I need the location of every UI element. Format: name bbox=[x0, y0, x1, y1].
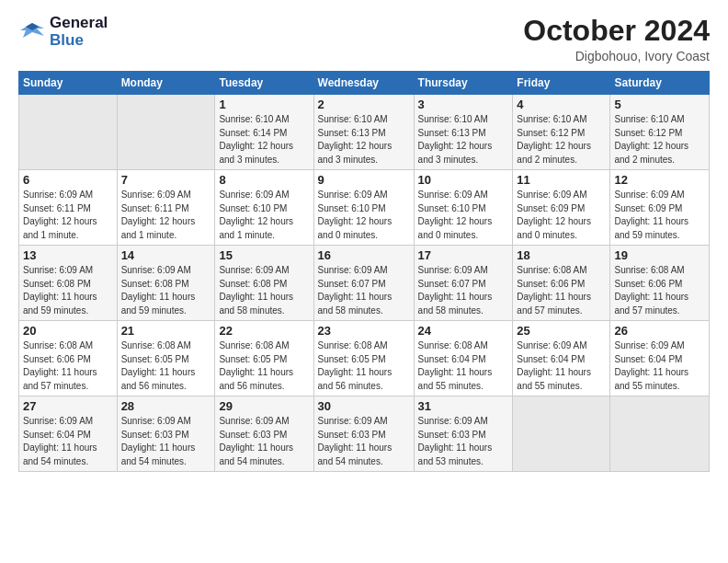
calendar-cell: 10Sunrise: 6:09 AM Sunset: 6:10 PM Dayli… bbox=[414, 170, 513, 246]
calendar-cell: 23Sunrise: 6:08 AM Sunset: 6:05 PM Dayli… bbox=[313, 321, 414, 396]
weekday-header-friday: Friday bbox=[513, 72, 610, 95]
day-info: Sunrise: 6:09 AM Sunset: 6:08 PM Dayligh… bbox=[121, 264, 211, 317]
weekday-header-saturday: Saturday bbox=[610, 72, 710, 95]
day-number: 14 bbox=[121, 248, 211, 262]
calendar-cell: 27Sunrise: 6:09 AM Sunset: 6:04 PM Dayli… bbox=[19, 396, 118, 472]
day-number: 10 bbox=[418, 173, 509, 187]
calendar-cell: 7Sunrise: 6:09 AM Sunset: 6:11 PM Daylig… bbox=[117, 170, 215, 246]
logo-text: General Blue bbox=[50, 15, 108, 49]
calendar-week-5: 27Sunrise: 6:09 AM Sunset: 6:04 PM Dayli… bbox=[19, 396, 710, 472]
day-number: 1 bbox=[219, 98, 309, 111]
weekday-header-sunday: Sunday bbox=[19, 72, 118, 95]
calendar-cell: 13Sunrise: 6:09 AM Sunset: 6:08 PM Dayli… bbox=[19, 246, 118, 321]
day-info: Sunrise: 6:09 AM Sunset: 6:11 PM Dayligh… bbox=[121, 189, 211, 242]
weekday-header-thursday: Thursday bbox=[414, 72, 513, 95]
logo: General Blue bbox=[18, 15, 108, 49]
day-info: Sunrise: 6:09 AM Sunset: 6:10 PM Dayligh… bbox=[318, 189, 410, 242]
day-info: Sunrise: 6:08 AM Sunset: 6:06 PM Dayligh… bbox=[614, 264, 705, 317]
day-number: 22 bbox=[219, 324, 309, 338]
day-info: Sunrise: 6:09 AM Sunset: 6:04 PM Dayligh… bbox=[23, 415, 113, 468]
day-number: 30 bbox=[318, 399, 410, 413]
day-number: 17 bbox=[418, 248, 509, 262]
calendar-week-1: 1Sunrise: 6:10 AM Sunset: 6:14 PM Daylig… bbox=[19, 95, 710, 170]
calendar-cell: 6Sunrise: 6:09 AM Sunset: 6:11 PM Daylig… bbox=[19, 170, 118, 246]
day-info: Sunrise: 6:08 AM Sunset: 6:06 PM Dayligh… bbox=[517, 264, 606, 317]
day-number: 21 bbox=[121, 324, 211, 338]
calendar-cell: 24Sunrise: 6:08 AM Sunset: 6:04 PM Dayli… bbox=[414, 321, 513, 396]
day-number: 29 bbox=[219, 399, 309, 413]
day-number: 20 bbox=[23, 324, 113, 338]
day-number: 6 bbox=[23, 173, 113, 187]
calendar-week-3: 13Sunrise: 6:09 AM Sunset: 6:08 PM Dayli… bbox=[19, 246, 710, 321]
day-info: Sunrise: 6:10 AM Sunset: 6:14 PM Dayligh… bbox=[219, 113, 309, 167]
day-number: 26 bbox=[614, 324, 705, 338]
day-info: Sunrise: 6:09 AM Sunset: 6:09 PM Dayligh… bbox=[614, 189, 705, 242]
weekday-header-wednesday: Wednesday bbox=[313, 72, 414, 95]
calendar-cell: 19Sunrise: 6:08 AM Sunset: 6:06 PM Dayli… bbox=[610, 246, 710, 321]
calendar-cell: 8Sunrise: 6:09 AM Sunset: 6:10 PM Daylig… bbox=[215, 170, 313, 246]
day-info: Sunrise: 6:09 AM Sunset: 6:09 PM Dayligh… bbox=[517, 189, 606, 242]
calendar-cell: 20Sunrise: 6:08 AM Sunset: 6:06 PM Dayli… bbox=[19, 321, 118, 396]
calendar-cell: 25Sunrise: 6:09 AM Sunset: 6:04 PM Dayli… bbox=[513, 321, 610, 396]
day-number: 5 bbox=[614, 98, 705, 111]
day-number: 19 bbox=[614, 248, 705, 262]
day-number: 2 bbox=[318, 98, 410, 111]
day-number: 24 bbox=[418, 324, 509, 338]
day-number: 18 bbox=[517, 248, 606, 262]
calendar-cell: 17Sunrise: 6:09 AM Sunset: 6:07 PM Dayli… bbox=[414, 246, 513, 321]
day-number: 12 bbox=[614, 173, 705, 187]
calendar-cell: 9Sunrise: 6:09 AM Sunset: 6:10 PM Daylig… bbox=[313, 170, 414, 246]
day-info: Sunrise: 6:09 AM Sunset: 6:04 PM Dayligh… bbox=[614, 339, 705, 393]
calendar-cell: 14Sunrise: 6:09 AM Sunset: 6:08 PM Dayli… bbox=[117, 246, 215, 321]
calendar-cell: 18Sunrise: 6:08 AM Sunset: 6:06 PM Dayli… bbox=[513, 246, 610, 321]
day-info: Sunrise: 6:10 AM Sunset: 6:13 PM Dayligh… bbox=[418, 113, 509, 167]
day-info: Sunrise: 6:09 AM Sunset: 6:08 PM Dayligh… bbox=[23, 264, 113, 317]
day-number: 16 bbox=[318, 248, 410, 262]
header: General Blue October 2024 Digbohouo, Ivo… bbox=[18, 15, 710, 63]
day-number: 3 bbox=[418, 98, 509, 111]
day-info: Sunrise: 6:08 AM Sunset: 6:05 PM Dayligh… bbox=[121, 339, 211, 393]
calendar-cell: 5Sunrise: 6:10 AM Sunset: 6:12 PM Daylig… bbox=[610, 95, 710, 170]
calendar-cell bbox=[513, 396, 610, 472]
day-info: Sunrise: 6:09 AM Sunset: 6:03 PM Dayligh… bbox=[219, 415, 309, 468]
calendar-cell: 26Sunrise: 6:09 AM Sunset: 6:04 PM Dayli… bbox=[610, 321, 710, 396]
location: Digbohouo, Ivory Coast bbox=[523, 49, 710, 63]
day-number: 25 bbox=[517, 324, 606, 338]
day-info: Sunrise: 6:08 AM Sunset: 6:05 PM Dayligh… bbox=[318, 339, 410, 393]
day-number: 7 bbox=[121, 173, 211, 187]
calendar-cell: 3Sunrise: 6:10 AM Sunset: 6:13 PM Daylig… bbox=[414, 95, 513, 170]
page-container: General Blue October 2024 Digbohouo, Ivo… bbox=[0, 0, 728, 481]
day-info: Sunrise: 6:09 AM Sunset: 6:07 PM Dayligh… bbox=[318, 264, 410, 317]
day-number: 31 bbox=[418, 399, 509, 413]
title-block: October 2024 Digbohouo, Ivory Coast bbox=[523, 15, 710, 63]
month-title: October 2024 bbox=[523, 15, 710, 47]
calendar-cell bbox=[19, 95, 118, 170]
day-number: 23 bbox=[318, 324, 410, 338]
day-info: Sunrise: 6:10 AM Sunset: 6:12 PM Dayligh… bbox=[614, 113, 705, 167]
day-info: Sunrise: 6:09 AM Sunset: 6:11 PM Dayligh… bbox=[23, 189, 113, 242]
day-info: Sunrise: 6:10 AM Sunset: 6:13 PM Dayligh… bbox=[318, 113, 410, 167]
calendar-cell: 28Sunrise: 6:09 AM Sunset: 6:03 PM Dayli… bbox=[117, 396, 215, 472]
calendar-cell: 11Sunrise: 6:09 AM Sunset: 6:09 PM Dayli… bbox=[513, 170, 610, 246]
calendar-week-2: 6Sunrise: 6:09 AM Sunset: 6:11 PM Daylig… bbox=[19, 170, 710, 246]
day-number: 27 bbox=[23, 399, 113, 413]
day-info: Sunrise: 6:10 AM Sunset: 6:12 PM Dayligh… bbox=[517, 113, 606, 167]
calendar-header-row: SundayMondayTuesdayWednesdayThursdayFrid… bbox=[19, 72, 710, 95]
day-number: 15 bbox=[219, 248, 309, 262]
day-number: 8 bbox=[219, 173, 309, 187]
day-info: Sunrise: 6:09 AM Sunset: 6:08 PM Dayligh… bbox=[219, 264, 309, 317]
day-info: Sunrise: 6:09 AM Sunset: 6:10 PM Dayligh… bbox=[219, 189, 309, 242]
day-info: Sunrise: 6:08 AM Sunset: 6:04 PM Dayligh… bbox=[418, 339, 509, 393]
calendar-cell: 29Sunrise: 6:09 AM Sunset: 6:03 PM Dayli… bbox=[215, 396, 313, 472]
calendar-table: SundayMondayTuesdayWednesdayThursdayFrid… bbox=[18, 71, 710, 472]
day-number: 11 bbox=[517, 173, 606, 187]
calendar-cell: 30Sunrise: 6:09 AM Sunset: 6:03 PM Dayli… bbox=[313, 396, 414, 472]
calendar-cell: 16Sunrise: 6:09 AM Sunset: 6:07 PM Dayli… bbox=[313, 246, 414, 321]
day-info: Sunrise: 6:09 AM Sunset: 6:07 PM Dayligh… bbox=[418, 264, 509, 317]
day-info: Sunrise: 6:09 AM Sunset: 6:03 PM Dayligh… bbox=[121, 415, 211, 468]
day-info: Sunrise: 6:08 AM Sunset: 6:06 PM Dayligh… bbox=[23, 339, 113, 393]
day-info: Sunrise: 6:08 AM Sunset: 6:05 PM Dayligh… bbox=[219, 339, 309, 393]
day-info: Sunrise: 6:09 AM Sunset: 6:10 PM Dayligh… bbox=[418, 189, 509, 242]
calendar-cell: 31Sunrise: 6:09 AM Sunset: 6:03 PM Dayli… bbox=[414, 396, 513, 472]
calendar-cell: 4Sunrise: 6:10 AM Sunset: 6:12 PM Daylig… bbox=[513, 95, 610, 170]
